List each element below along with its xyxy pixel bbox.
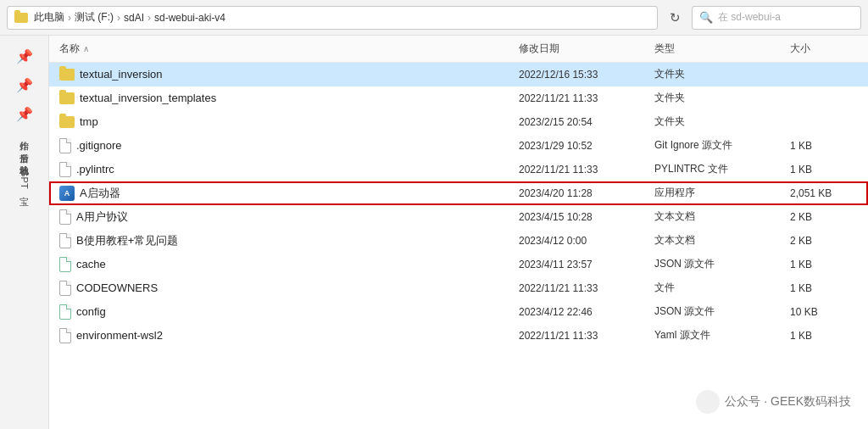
file-name: A用户协议	[76, 209, 128, 225]
file-name: A启动器	[80, 186, 120, 201]
file-type: PYLINTRC 文件	[654, 162, 790, 176]
file-type: JSON 源文件	[654, 304, 790, 319]
folder-icon	[14, 13, 28, 23]
file-name: tmp	[80, 115, 98, 128]
json-icon	[59, 304, 71, 320]
file-name-cell: B使用教程+常见问题	[59, 233, 519, 248]
col-header-size[interactable]: 大小	[790, 42, 858, 56]
file-name: .gitignore	[76, 139, 121, 152]
file-size: 2 KB	[790, 235, 858, 247]
app-icon: A	[59, 186, 75, 201]
sidebar-label-1[interactable]: 作始	[19, 129, 30, 139]
file-size: 10 KB	[790, 306, 858, 318]
file-type: Git Ignore 源文件	[654, 138, 790, 153]
file-type: 文件夹	[654, 114, 790, 129]
file-type: 文本文档	[654, 233, 790, 248]
column-headers: 名称 ∧ 修改日期 类型 大小	[49, 36, 868, 63]
sidebar-label-3[interactable]: 载地址	[19, 153, 30, 163]
file-size: 1 KB	[790, 164, 858, 176]
sidebar-pin-1[interactable]: 📌	[11, 42, 38, 70]
file-modified: 2023/4/15 10:28	[519, 211, 654, 223]
file-modified: 2023/2/15 20:54	[519, 116, 654, 128]
breadcrumb-root: 此电脑	[34, 10, 64, 25]
file-size: 1 KB	[790, 140, 858, 152]
folder-icon	[59, 92, 75, 104]
file-modified: 2023/1/29 10:52	[519, 140, 654, 152]
file-type: 文件	[654, 281, 790, 295]
file-icon	[59, 209, 71, 225]
col-header-modified[interactable]: 修改日期	[519, 42, 654, 56]
file-name-cell: textual_inversion_templates	[59, 92, 519, 104]
file-name-cell: .gitignore	[59, 138, 519, 153]
file-icon	[59, 162, 71, 177]
table-row[interactable]: tmp 2023/2/15 20:54 文件夹	[49, 110, 868, 134]
file-modified: 2023/4/11 23:57	[519, 259, 654, 270]
file-name-cell: CODEOWNERS	[59, 281, 519, 296]
sidebar-label-4[interactable]: GPT宝	[19, 164, 30, 194]
file-name: textual_inversion	[80, 68, 163, 81]
title-bar: 此电脑 › 测试 (F:) › sdAI › sd-webui-aki-v4 ↻…	[0, 0, 868, 36]
file-name: B使用教程+常见问题	[76, 233, 178, 248]
breadcrumb-folder1: sdAI	[124, 12, 144, 24]
table-row[interactable]: A A启动器 2023/4/20 11:28 应用程序 2,051 KB	[49, 181, 868, 205]
file-name: .pylintrc	[76, 163, 114, 176]
table-row[interactable]: CODEOWNERS 2022/11/21 11:33 文件 1 KB	[49, 276, 868, 300]
search-icon: 🔍	[699, 11, 713, 24]
file-type: 文件夹	[654, 91, 790, 105]
folder-icon	[59, 116, 75, 128]
table-row[interactable]: config 2023/4/12 22:46 JSON 源文件 10 KB	[49, 300, 868, 324]
breadcrumb-current: sd-webui-aki-v4	[154, 12, 225, 24]
sidebar: 📌 📌 📌 作始 带后台 载地址 GPT宝	[0, 36, 49, 429]
file-size: 2 KB	[790, 211, 858, 223]
file-size: 1 KB	[790, 330, 858, 342]
table-row[interactable]: .gitignore 2023/1/29 10:52 Git Ignore 源文…	[49, 134, 868, 158]
table-row[interactable]: .pylintrc 2022/11/21 11:33 PYLINTRC 文件 1…	[49, 158, 868, 181]
file-size: 1 KB	[790, 259, 858, 270]
sidebar-pin-2[interactable]: 📌	[11, 71, 38, 98]
file-type: 文本文档	[654, 209, 790, 224]
file-modified: 2022/11/21 11:33	[519, 282, 654, 294]
sort-arrow-name: ∧	[83, 44, 89, 53]
breadcrumb[interactable]: 此电脑 › 测试 (F:) › sdAI › sd-webui-aki-v4	[7, 6, 658, 30]
breadcrumb-drive: 测试 (F:)	[75, 10, 114, 25]
file-name-cell: A用户协议	[59, 209, 519, 225]
file-name: environment-wsl2	[76, 329, 163, 342]
search-placeholder: 在 sd-webui-a	[718, 10, 781, 25]
file-name-cell: .pylintrc	[59, 162, 519, 177]
search-box[interactable]: 🔍 在 sd-webui-a	[692, 6, 861, 30]
table-row[interactable]: environment-wsl2 2022/11/21 11:33 Yaml 源…	[49, 324, 868, 348]
file-size: 1 KB	[790, 282, 858, 294]
file-name-cell: tmp	[59, 115, 519, 128]
file-name-cell: textual_inversion	[59, 68, 519, 81]
table-row[interactable]: B使用教程+常见问题 2023/4/12 0:00 文本文档 2 KB	[49, 229, 868, 253]
file-type: JSON 源文件	[654, 257, 790, 271]
file-modified: 2023/4/12 22:46	[519, 306, 654, 318]
main-content: 📌 📌 📌 作始 带后台 载地址 GPT宝 名称 ∧ 修改日期 类型 大小	[0, 36, 868, 429]
file-icon	[59, 281, 71, 296]
col-header-name[interactable]: 名称 ∧	[59, 42, 519, 56]
file-name-cell: config	[59, 304, 519, 320]
table-row[interactable]: cache 2023/4/11 23:57 JSON 源文件 1 KB	[49, 253, 868, 276]
folder-icon	[59, 69, 75, 81]
file-name-cell: cache	[59, 257, 519, 272]
table-row[interactable]: textual_inversion_templates 2022/11/21 1…	[49, 86, 868, 110]
file-icon	[59, 138, 71, 153]
file-modified: 2022/11/21 11:33	[519, 92, 654, 104]
file-modified: 2022/11/21 11:33	[519, 330, 654, 342]
sidebar-label-2[interactable]: 带后台	[19, 141, 30, 151]
file-modified: 2023/4/20 11:28	[519, 187, 654, 199]
file-modified: 2022/12/16 15:33	[519, 69, 654, 81]
table-row[interactable]: textual_inversion 2022/12/16 15:33 文件夹	[49, 63, 868, 86]
sidebar-pin-3[interactable]: 📌	[11, 100, 38, 127]
json-icon	[59, 257, 71, 272]
file-modified: 2022/11/21 11:33	[519, 164, 654, 176]
file-icon	[59, 328, 71, 343]
col-header-type[interactable]: 类型	[654, 42, 790, 56]
refresh-button[interactable]: ↻	[663, 6, 687, 30]
file-name: cache	[76, 258, 106, 270]
file-name-cell: A A启动器	[59, 186, 519, 201]
file-name: CODEOWNERS	[76, 281, 158, 294]
file-type: 文件夹	[654, 67, 790, 81]
table-row[interactable]: A用户协议 2023/4/15 10:28 文本文档 2 KB	[49, 205, 868, 229]
file-icon	[59, 233, 71, 248]
